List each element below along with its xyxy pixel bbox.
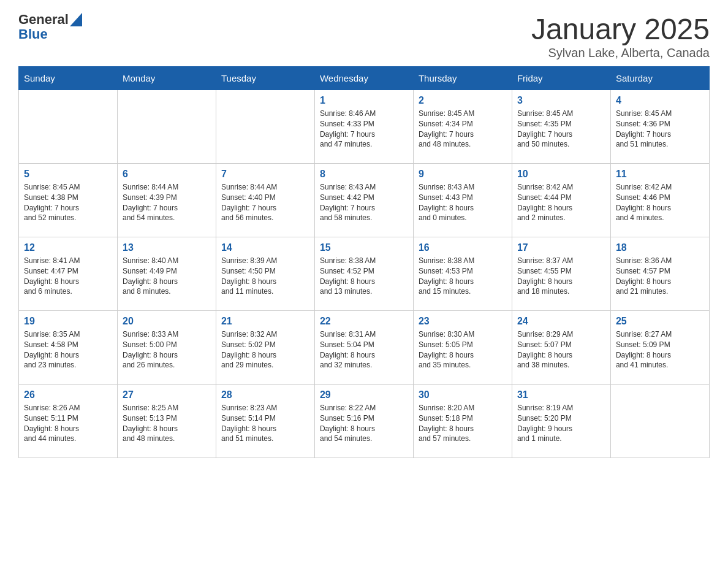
day-info: Sunrise: 8:45 AM Sunset: 4:34 PM Dayligh… bbox=[419, 109, 507, 150]
day-number: 16 bbox=[419, 242, 507, 253]
calendar-cell: 9Sunrise: 8:43 AM Sunset: 4:43 PM Daylig… bbox=[413, 164, 512, 237]
day-number: 24 bbox=[517, 316, 605, 327]
day-number: 4 bbox=[616, 95, 704, 106]
calendar-table: SundayMondayTuesdayWednesdayThursdayFrid… bbox=[18, 66, 710, 458]
calendar-cell: 3Sunrise: 8:45 AM Sunset: 4:35 PM Daylig… bbox=[512, 90, 610, 164]
day-number: 9 bbox=[419, 169, 507, 180]
day-info: Sunrise: 8:36 AM Sunset: 4:57 PM Dayligh… bbox=[616, 256, 704, 297]
header-row: SundayMondayTuesdayWednesdayThursdayFrid… bbox=[19, 67, 710, 90]
calendar-cell: 29Sunrise: 8:22 AM Sunset: 5:16 PM Dayli… bbox=[314, 385, 413, 458]
day-info: Sunrise: 8:43 AM Sunset: 4:43 PM Dayligh… bbox=[419, 182, 507, 223]
day-info: Sunrise: 8:45 AM Sunset: 4:35 PM Dayligh… bbox=[517, 109, 605, 150]
calendar-cell: 13Sunrise: 8:40 AM Sunset: 4:49 PM Dayli… bbox=[117, 237, 216, 311]
day-info: Sunrise: 8:33 AM Sunset: 5:00 PM Dayligh… bbox=[123, 329, 211, 370]
day-info: Sunrise: 8:27 AM Sunset: 5:09 PM Dayligh… bbox=[616, 329, 704, 370]
day-number: 5 bbox=[24, 169, 112, 180]
day-info: Sunrise: 8:23 AM Sunset: 5:14 PM Dayligh… bbox=[221, 403, 309, 444]
week-row-5: 26Sunrise: 8:26 AM Sunset: 5:11 PM Dayli… bbox=[19, 385, 710, 458]
calendar-cell: 8Sunrise: 8:43 AM Sunset: 4:42 PM Daylig… bbox=[314, 164, 413, 237]
title-block: January 2025 Sylvan Lake, Alberta, Canad… bbox=[531, 12, 710, 60]
column-header-friday: Friday bbox=[512, 67, 610, 90]
calendar-cell: 17Sunrise: 8:37 AM Sunset: 4:55 PM Dayli… bbox=[512, 237, 610, 311]
calendar-cell: 16Sunrise: 8:38 AM Sunset: 4:53 PM Dayli… bbox=[413, 237, 512, 311]
day-number: 12 bbox=[24, 242, 112, 253]
calendar-cell: 2Sunrise: 8:45 AM Sunset: 4:34 PM Daylig… bbox=[413, 90, 512, 164]
location-title: Sylvan Lake, Alberta, Canada bbox=[531, 46, 710, 60]
day-info: Sunrise: 8:38 AM Sunset: 4:53 PM Dayligh… bbox=[419, 256, 507, 297]
calendar-cell: 18Sunrise: 8:36 AM Sunset: 4:57 PM Dayli… bbox=[610, 237, 709, 311]
week-row-3: 12Sunrise: 8:41 AM Sunset: 4:47 PM Dayli… bbox=[19, 237, 710, 311]
calendar-cell: 20Sunrise: 8:33 AM Sunset: 5:00 PM Dayli… bbox=[117, 311, 216, 385]
day-number: 20 bbox=[123, 316, 211, 327]
day-number: 1 bbox=[320, 95, 408, 106]
day-info: Sunrise: 8:29 AM Sunset: 5:07 PM Dayligh… bbox=[517, 329, 605, 370]
day-number: 3 bbox=[517, 95, 605, 106]
day-info: Sunrise: 8:25 AM Sunset: 5:13 PM Dayligh… bbox=[123, 403, 211, 444]
day-info: Sunrise: 8:46 AM Sunset: 4:33 PM Dayligh… bbox=[320, 109, 408, 150]
day-info: Sunrise: 8:42 AM Sunset: 4:46 PM Dayligh… bbox=[616, 182, 704, 223]
day-info: Sunrise: 8:44 AM Sunset: 4:40 PM Dayligh… bbox=[221, 182, 309, 223]
day-info: Sunrise: 8:31 AM Sunset: 5:04 PM Dayligh… bbox=[320, 329, 408, 370]
column-header-saturday: Saturday bbox=[610, 67, 709, 90]
calendar-cell: 12Sunrise: 8:41 AM Sunset: 4:47 PM Dayli… bbox=[19, 237, 118, 311]
day-number: 14 bbox=[221, 242, 309, 253]
day-info: Sunrise: 8:41 AM Sunset: 4:47 PM Dayligh… bbox=[24, 256, 112, 297]
day-info: Sunrise: 8:40 AM Sunset: 4:49 PM Dayligh… bbox=[123, 256, 211, 297]
calendar-cell: 31Sunrise: 8:19 AM Sunset: 5:20 PM Dayli… bbox=[512, 385, 610, 458]
logo: General Blue bbox=[18, 12, 82, 42]
calendar-cell: 25Sunrise: 8:27 AM Sunset: 5:09 PM Dayli… bbox=[610, 311, 709, 385]
day-number: 2 bbox=[419, 95, 507, 106]
calendar-cell: 19Sunrise: 8:35 AM Sunset: 4:58 PM Dayli… bbox=[19, 311, 118, 385]
day-number: 29 bbox=[320, 389, 408, 400]
calendar-cell: 4Sunrise: 8:45 AM Sunset: 4:36 PM Daylig… bbox=[610, 90, 709, 164]
calendar-cell: 27Sunrise: 8:25 AM Sunset: 5:13 PM Dayli… bbox=[117, 385, 216, 458]
day-number: 25 bbox=[616, 316, 704, 327]
logo-icon bbox=[70, 13, 82, 26]
day-info: Sunrise: 8:22 AM Sunset: 5:16 PM Dayligh… bbox=[320, 403, 408, 444]
column-header-sunday: Sunday bbox=[19, 67, 118, 90]
calendar-cell: 22Sunrise: 8:31 AM Sunset: 5:04 PM Dayli… bbox=[314, 311, 413, 385]
day-info: Sunrise: 8:37 AM Sunset: 4:55 PM Dayligh… bbox=[517, 256, 605, 297]
column-header-thursday: Thursday bbox=[413, 67, 512, 90]
day-number: 22 bbox=[320, 316, 408, 327]
calendar-cell bbox=[117, 90, 216, 164]
day-info: Sunrise: 8:45 AM Sunset: 4:38 PM Dayligh… bbox=[24, 182, 112, 223]
day-number: 26 bbox=[24, 389, 112, 400]
day-info: Sunrise: 8:38 AM Sunset: 4:52 PM Dayligh… bbox=[320, 256, 408, 297]
calendar-cell bbox=[19, 90, 118, 164]
day-number: 21 bbox=[221, 316, 309, 327]
calendar-cell bbox=[216, 90, 314, 164]
day-number: 19 bbox=[24, 316, 112, 327]
calendar-cell: 28Sunrise: 8:23 AM Sunset: 5:14 PM Dayli… bbox=[216, 385, 314, 458]
column-header-tuesday: Tuesday bbox=[216, 67, 314, 90]
day-number: 17 bbox=[517, 242, 605, 253]
day-number: 7 bbox=[221, 169, 309, 180]
day-info: Sunrise: 8:42 AM Sunset: 4:44 PM Dayligh… bbox=[517, 182, 605, 223]
day-number: 31 bbox=[517, 389, 605, 400]
week-row-4: 19Sunrise: 8:35 AM Sunset: 4:58 PM Dayli… bbox=[19, 311, 710, 385]
calendar-cell: 26Sunrise: 8:26 AM Sunset: 5:11 PM Dayli… bbox=[19, 385, 118, 458]
day-number: 28 bbox=[221, 389, 309, 400]
svg-marker-0 bbox=[70, 13, 82, 26]
month-title: January 2025 bbox=[531, 12, 710, 46]
day-number: 15 bbox=[320, 242, 408, 253]
day-info: Sunrise: 8:39 AM Sunset: 4:50 PM Dayligh… bbox=[221, 256, 309, 297]
calendar-cell: 6Sunrise: 8:44 AM Sunset: 4:39 PM Daylig… bbox=[117, 164, 216, 237]
week-row-1: 1Sunrise: 8:46 AM Sunset: 4:33 PM Daylig… bbox=[19, 90, 710, 164]
calendar-cell: 14Sunrise: 8:39 AM Sunset: 4:50 PM Dayli… bbox=[216, 237, 314, 311]
day-info: Sunrise: 8:43 AM Sunset: 4:42 PM Dayligh… bbox=[320, 182, 408, 223]
logo-blue-text: Blue bbox=[18, 26, 48, 42]
day-number: 30 bbox=[419, 389, 507, 400]
calendar-cell: 5Sunrise: 8:45 AM Sunset: 4:38 PM Daylig… bbox=[19, 164, 118, 237]
column-header-wednesday: Wednesday bbox=[314, 67, 413, 90]
calendar-cell: 24Sunrise: 8:29 AM Sunset: 5:07 PM Dayli… bbox=[512, 311, 610, 385]
day-number: 8 bbox=[320, 169, 408, 180]
page-header: General Blue January 2025 Sylvan Lake, A… bbox=[18, 12, 710, 60]
calendar-cell: 30Sunrise: 8:20 AM Sunset: 5:18 PM Dayli… bbox=[413, 385, 512, 458]
day-info: Sunrise: 8:20 AM Sunset: 5:18 PM Dayligh… bbox=[419, 403, 507, 444]
calendar-cell: 23Sunrise: 8:30 AM Sunset: 5:05 PM Dayli… bbox=[413, 311, 512, 385]
calendar-cell bbox=[610, 385, 709, 458]
week-row-2: 5Sunrise: 8:45 AM Sunset: 4:38 PM Daylig… bbox=[19, 164, 710, 237]
day-info: Sunrise: 8:44 AM Sunset: 4:39 PM Dayligh… bbox=[123, 182, 211, 223]
logo-general-text: General bbox=[18, 12, 69, 27]
